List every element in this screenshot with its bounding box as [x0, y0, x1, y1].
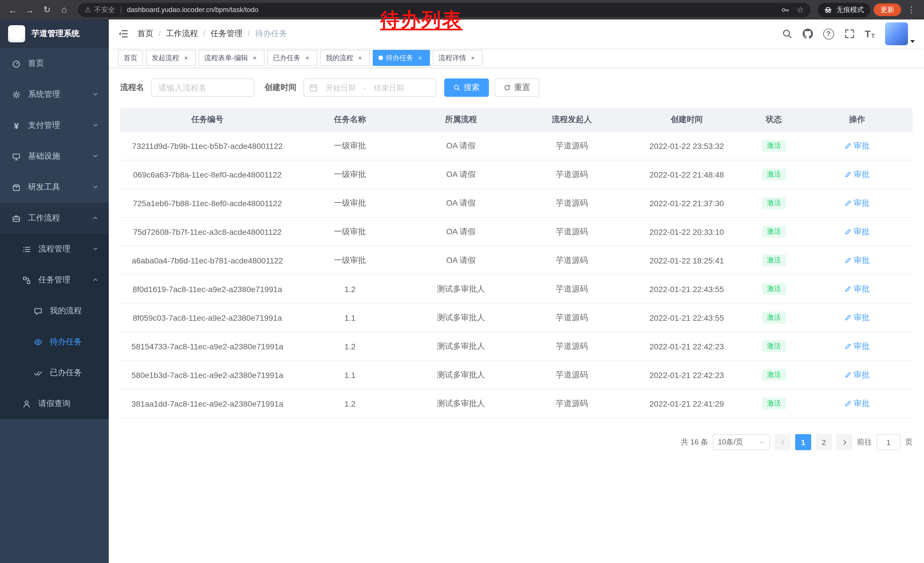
- cell-status: 激活: [746, 131, 802, 160]
- cell-actions: 审批: [801, 189, 912, 217]
- avatar[interactable]: [885, 23, 908, 45]
- approve-button[interactable]: 审批: [844, 341, 870, 351]
- sidebar-item-devtools[interactable]: 研发工具: [0, 172, 109, 203]
- cell-created: 2022-01-22 21:48:48: [627, 160, 746, 189]
- search-button[interactable]: 搜索: [444, 78, 489, 97]
- back-icon[interactable]: [6, 3, 20, 17]
- cell-task-id: 381aa1dd-7ac8-11ec-a9e2-a2380e71991a: [120, 389, 294, 418]
- approve-button[interactable]: 审批: [844, 398, 870, 408]
- tab-form-edit[interactable]: 流程表单-编辑: [199, 50, 264, 66]
- approve-button[interactable]: 审批: [844, 141, 870, 151]
- sidebar-item-todo-tasks[interactable]: 待办任务: [0, 326, 109, 357]
- search-icon[interactable]: [782, 29, 792, 39]
- close-icon[interactable]: [303, 54, 311, 62]
- github-icon[interactable]: [802, 29, 813, 39]
- eye-icon: [33, 338, 43, 346]
- next-page-button[interactable]: [836, 434, 852, 450]
- cell-starter: 芋道源码: [516, 160, 627, 189]
- forward-icon[interactable]: [23, 3, 37, 17]
- tab-start-process[interactable]: 发起流程: [146, 50, 196, 66]
- cell-created: 2022-01-22 21:37:30: [627, 189, 746, 217]
- key-icon[interactable]: [781, 6, 790, 14]
- cell-status: 激活: [746, 389, 802, 418]
- close-icon[interactable]: [469, 54, 477, 62]
- cell-task-name: 一级审批: [294, 160, 406, 189]
- page-button-1[interactable]: 1: [795, 434, 811, 450]
- breadcrumb-current: 待办任务: [255, 29, 287, 39]
- tab-home[interactable]: 首页: [118, 50, 143, 66]
- sidebar-item-payment[interactable]: 支付管理: [0, 110, 109, 141]
- chevron-down-icon: [92, 245, 99, 254]
- bookmark-star-icon[interactable]: [796, 5, 804, 14]
- date-range-picker[interactable]: -: [303, 78, 436, 97]
- cell-task-name: 一级审批: [294, 131, 406, 160]
- sidebar-item-my-process[interactable]: 我的流程: [0, 296, 109, 326]
- tab-todo-tasks[interactable]: 待办任务: [373, 50, 430, 66]
- user-menu[interactable]: [885, 23, 915, 45]
- help-icon[interactable]: [823, 29, 834, 39]
- cell-starter: 芋道源码: [516, 131, 627, 160]
- cell-task-name: 1.2: [294, 332, 406, 360]
- close-icon[interactable]: [416, 54, 424, 62]
- close-icon[interactable]: [356, 54, 364, 62]
- cell-actions: 审批: [801, 360, 912, 389]
- sidebar-item-workflow[interactable]: 工作流程: [0, 203, 109, 234]
- sidebar-item-system[interactable]: 系统管理: [0, 79, 109, 110]
- home-icon[interactable]: [57, 3, 71, 17]
- app-logo-row[interactable]: 芋道管理系统: [0, 20, 109, 48]
- page-size-select[interactable]: 10条/页: [713, 434, 770, 450]
- cell-process: OA 请假: [405, 131, 516, 160]
- breadcrumb-workflow[interactable]: 工作流程: [166, 29, 211, 39]
- table-header-row: 任务编号 任务名称 所属流程 流程发起人 创建时间 状态 操作: [120, 108, 912, 131]
- approve-button[interactable]: 审批: [844, 198, 870, 208]
- sidebar-fold-icon[interactable]: [118, 29, 128, 39]
- pen-icon: [844, 371, 851, 378]
- end-date-input[interactable]: [368, 83, 410, 92]
- table-row: 725a1eb6-7b88-11ec-8ef0-acde48001122 一级审…: [120, 189, 912, 217]
- sidebar-item-task-mgmt[interactable]: 任务管理: [0, 264, 109, 296]
- url-text: dashboard.yudao.iocoder.cn/bpm/task/todo: [127, 6, 258, 14]
- approve-button[interactable]: 审批: [844, 227, 870, 237]
- sidebar-item-infra[interactable]: 基础设施: [0, 141, 109, 172]
- process-name-input[interactable]: [151, 78, 254, 97]
- chevron-right-icon: [841, 439, 848, 445]
- sidebar-item-process-mgmt[interactable]: 流程管理: [0, 234, 109, 264]
- cell-status: 激活: [746, 275, 802, 303]
- fullscreen-icon[interactable]: [844, 29, 855, 39]
- sidebar-item-done-tasks[interactable]: 已办任务: [0, 357, 109, 388]
- breadcrumb-task-mgmt[interactable]: 任务管理: [211, 29, 255, 39]
- list-icon: [22, 245, 32, 254]
- approve-button[interactable]: 审批: [844, 169, 870, 180]
- tab-my-process[interactable]: 我的流程: [320, 50, 370, 66]
- tab-done-tasks[interactable]: 已办任务: [267, 50, 317, 66]
- filter-bar: 流程名 创建时间 - 搜索: [120, 78, 912, 97]
- total-count: 共 16 条: [681, 437, 708, 447]
- close-icon[interactable]: [251, 54, 259, 62]
- browser-menu-icon[interactable]: [904, 3, 918, 17]
- start-date-input[interactable]: [320, 83, 361, 92]
- prev-page-button[interactable]: [775, 434, 790, 450]
- reload-icon[interactable]: [40, 3, 54, 17]
- font-size-icon[interactable]: [865, 29, 875, 39]
- approve-button[interactable]: 审批: [844, 255, 870, 266]
- status-badge: 激活: [762, 140, 786, 152]
- person-icon: [22, 399, 32, 408]
- reset-button[interactable]: 重置: [495, 78, 539, 97]
- update-button[interactable]: 更新: [874, 3, 901, 16]
- sidebar-item-home[interactable]: 首页: [0, 48, 109, 79]
- goto-page-input[interactable]: [876, 434, 900, 450]
- approve-button[interactable]: 审批: [844, 312, 870, 323]
- pen-icon: [844, 228, 851, 235]
- breadcrumb-home[interactable]: 首页: [137, 29, 166, 39]
- approve-button[interactable]: 审批: [844, 370, 870, 380]
- page-button-2[interactable]: 2: [816, 434, 832, 450]
- address-bar[interactable]: 不安全 dashboard.yudao.iocoder.cn/bpm/task/…: [78, 3, 811, 17]
- approve-button[interactable]: 审批: [844, 284, 870, 294]
- chevron-down-icon: [92, 152, 99, 161]
- tab-process-detail[interactable]: 流程详情: [433, 50, 483, 66]
- cell-created: 2022-01-21 22:43:55: [627, 275, 746, 303]
- sidebar-item-leave-query[interactable]: 请假查询: [0, 388, 109, 419]
- close-icon[interactable]: [182, 54, 190, 62]
- chevron-up-icon: [92, 214, 99, 223]
- column-header: 状态: [746, 108, 802, 131]
